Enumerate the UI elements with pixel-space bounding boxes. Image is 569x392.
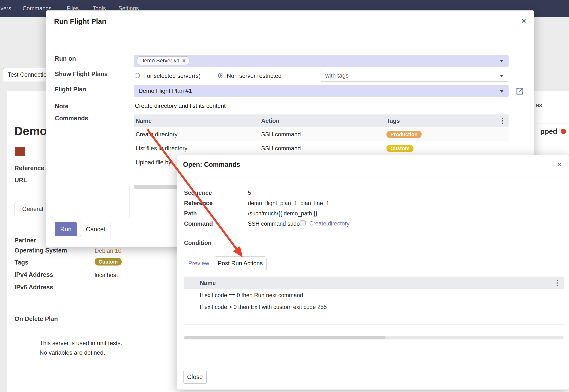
reference-value: demo_flight_plan_1_plan_line_1 — [248, 200, 329, 207]
reference-label: Reference — [184, 200, 213, 207]
with-tags-placeholder: with tags — [325, 72, 349, 79]
server-status-button[interactable]: pped — [535, 124, 569, 139]
field-divider — [245, 188, 245, 230]
horizontal-scrollbar-thumb[interactable] — [184, 336, 385, 339]
run-on-multiselect[interactable]: Demo Server #1 ✕ — [134, 55, 509, 67]
server-name-heading: Demo — [14, 124, 47, 138]
open-commands-modal: Open: Commands × Sequence 5 Reference de… — [177, 155, 569, 390]
note-label: Note — [55, 103, 69, 110]
commands-label: Commands — [55, 115, 88, 122]
row-name: Upload file by — [136, 155, 171, 169]
ipv6-label: IPv6 Address — [14, 284, 53, 291]
header-divider — [46, 34, 534, 34]
tab-preview[interactable]: Preview — [188, 256, 209, 270]
pane-divider — [129, 186, 129, 218]
action-row-name: If exit code > 0 then Exit with custom e… — [200, 301, 327, 313]
color-swatch — [15, 147, 25, 156]
chip-remove-icon[interactable]: ✕ — [182, 58, 186, 63]
server-chip-label: Demo Server #1 — [140, 57, 180, 64]
create-directory-checkbox[interactable] — [300, 220, 306, 226]
radio-non-server-restricted-label[interactable]: Non server restricted — [227, 72, 282, 79]
reference-label: Reference — [14, 165, 44, 172]
table-row[interactable]: If exit code == 0 then Run next command — [184, 289, 564, 301]
plan-description: Create directory and list its content — [135, 102, 226, 109]
tab-bar: Preview Post Run Actions — [177, 256, 268, 270]
table-row-empty — [184, 313, 564, 325]
on-delete-plan-label: On Delete Plan — [14, 315, 58, 322]
status-label: pped — [540, 127, 557, 136]
chevron-down-icon[interactable] — [500, 90, 504, 93]
table-row[interactable]: List files in directory SSH command Cust… — [134, 141, 509, 155]
operating-system-value: Debian 10 — [95, 247, 121, 254]
tag-badge-production: Production — [386, 131, 422, 138]
row-name: List files in directory — [136, 141, 187, 155]
show-flight-plans-label: Show Flight Plans — [55, 70, 108, 78]
flight-plan-label: Flight Plan — [55, 86, 86, 93]
no-variables-note: No variables are defined. — [40, 349, 105, 356]
table-row[interactable]: If exit code > 0 then Exit with custom e… — [184, 301, 564, 313]
table-row[interactable]: Create directory SSH command Production — [134, 127, 509, 141]
path-value: /such/much/{{ demo_path }} — [248, 210, 317, 217]
actions-table-header: Name ⋮ — [184, 277, 564, 289]
condition-label: Condition — [184, 239, 212, 246]
sequence-label: Sequence — [184, 189, 212, 196]
form-column-divider — [89, 236, 89, 326]
row-action: SSH command — [261, 141, 301, 155]
close-button[interactable]: Close — [183, 370, 207, 384]
close-icon[interactable]: × — [521, 16, 526, 25]
chevron-down-icon[interactable] — [500, 60, 504, 62]
commands-table-header: Name Action Tags ⋮ — [134, 114, 509, 127]
radio-for-selected-servers-label[interactable]: For selected server(s) — [143, 72, 200, 79]
tab-general[interactable]: General — [14, 202, 51, 216]
unit-test-note: This server is used in unit tests. — [40, 340, 122, 347]
sequence-value: 5 — [248, 190, 251, 196]
field-divider — [245, 238, 245, 248]
partner-label: Partner — [14, 237, 36, 244]
run-on-label: Run on — [55, 55, 76, 62]
header-divider — [177, 178, 569, 178]
tag-badge-custom: Custom — [95, 258, 122, 266]
command-label: Command — [184, 220, 213, 227]
chevron-down-icon[interactable] — [500, 75, 504, 77]
command-value: SSH command sudo — [248, 221, 300, 227]
radio-for-selected-servers[interactable] — [135, 73, 140, 78]
server-chip[interactable]: Demo Server #1 ✕ — [137, 56, 189, 65]
col-tags: Tags — [386, 114, 400, 127]
ipv4-value: localhost — [95, 272, 118, 279]
col-name: Name — [200, 277, 216, 289]
ipv4-label: IPv4 Address — [14, 271, 53, 278]
with-tags-select[interactable]: with tags — [320, 70, 508, 82]
row-action: SSH command — [261, 127, 301, 141]
tag-badge-custom: Custom — [386, 145, 413, 152]
action-row-name: If exit code == 0 then Run next command — [200, 289, 303, 301]
row-name: Create directory — [136, 127, 178, 141]
flight-plan-value: Demo Flight Plan #1 — [139, 87, 192, 94]
path-label: Path — [184, 210, 197, 217]
modal-title: Run Flight Plan — [54, 17, 106, 26]
run-button[interactable]: Run — [55, 222, 77, 236]
kebab-menu-icon[interactable]: ⋮ — [554, 280, 561, 286]
flight-plan-select[interactable]: Demo Flight Plan #1 — [134, 85, 509, 97]
col-action: Action — [261, 114, 280, 127]
nav-item-servers[interactable]: vers — [0, 0, 11, 17]
kebab-menu-icon[interactable]: ⋮ — [499, 117, 506, 124]
tab-post-run-actions[interactable]: Post Run Actions — [214, 256, 267, 270]
chatter-text-fragment: es — [536, 102, 542, 109]
radio-non-server-restricted[interactable] — [218, 73, 223, 78]
create-directory-link[interactable]: Create directory — [309, 220, 350, 227]
cancel-button[interactable]: Cancel — [80, 222, 111, 236]
col-name: Name — [136, 114, 152, 127]
external-link-icon[interactable] — [515, 87, 524, 96]
modal-title: Open: Commands — [183, 161, 240, 168]
status-stopped-dot-icon — [561, 129, 566, 134]
tags-label: Tags — [14, 259, 28, 266]
operating-system-label: Operating System — [14, 247, 67, 254]
close-icon[interactable]: × — [557, 160, 562, 168]
horizontal-scrollbar[interactable] — [184, 336, 564, 339]
url-label: URL — [14, 177, 27, 184]
